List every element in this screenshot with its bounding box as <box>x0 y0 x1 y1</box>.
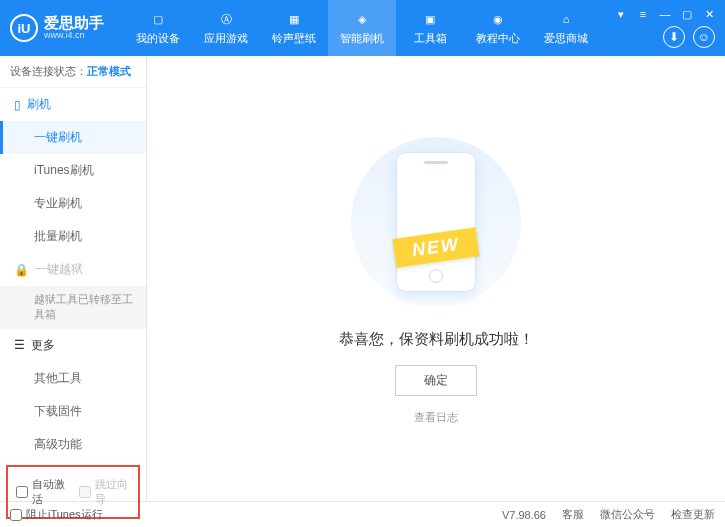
lock-icon: 🔒 <box>14 263 29 277</box>
sidebar-jailbreak-header: 🔒一键越狱 <box>0 253 146 286</box>
sidebar-jailbreak-note: 越狱工具已转移至工具箱 <box>0 286 146 329</box>
close-icon[interactable]: ✕ <box>701 6 717 22</box>
settings-icon[interactable]: ≡ <box>635 6 651 22</box>
nav-my-device[interactable]: ▢我的设备 <box>124 0 192 56</box>
nav-store[interactable]: ⌂爱思商城 <box>532 0 600 56</box>
device-info: ▯iPhone 15 Pro Max 512GB iPhone <box>0 523 146 527</box>
nav-toolbox[interactable]: ▣工具箱 <box>396 0 464 56</box>
sidebar-item-advanced[interactable]: 高级功能 <box>0 428 146 461</box>
app-title: 爱思助手 <box>44 15 104 32</box>
success-message: 恭喜您，保资料刷机成功啦！ <box>339 330 534 349</box>
maximize-icon[interactable]: ▢ <box>679 6 695 22</box>
user-button[interactable]: ☺ <box>693 26 715 48</box>
toolbox-icon: ▣ <box>421 10 439 28</box>
connection-status: 设备连接状态：正常模式 <box>0 56 146 88</box>
app-url: www.i4.cn <box>44 31 104 41</box>
success-illustration: NEW <box>346 132 526 312</box>
wallpaper-icon: ▦ <box>285 10 303 28</box>
sidebar: 设备连接状态：正常模式 ▯刷机 一键刷机 iTunes刷机 专业刷机 批量刷机 … <box>0 56 147 501</box>
flash-icon: ◈ <box>353 10 371 28</box>
apps-icon: Ⓐ <box>217 10 235 28</box>
store-icon: ⌂ <box>557 10 575 28</box>
nav-wallpaper[interactable]: ▦铃声壁纸 <box>260 0 328 56</box>
more-icon: ☰ <box>14 338 25 352</box>
tutorial-icon: ◉ <box>489 10 507 28</box>
block-itunes-checkbox[interactable]: 阻止iTunes运行 <box>10 507 103 522</box>
minimize-icon[interactable]: ― <box>657 6 673 22</box>
nav-apps[interactable]: Ⓐ应用游戏 <box>192 0 260 56</box>
sidebar-flash-header[interactable]: ▯刷机 <box>0 88 146 121</box>
sidebar-item-download[interactable]: 下载固件 <box>0 395 146 428</box>
device-icon: ▢ <box>149 10 167 28</box>
sidebar-item-batch[interactable]: 批量刷机 <box>0 220 146 253</box>
sidebar-item-other[interactable]: 其他工具 <box>0 362 146 395</box>
main-nav: ▢我的设备 Ⓐ应用游戏 ▦铃声壁纸 ◈智能刷机 ▣工具箱 ◉教程中心 ⌂爱思商城 <box>124 0 600 56</box>
sidebar-item-pro[interactable]: 专业刷机 <box>0 187 146 220</box>
auto-activate-checkbox[interactable]: 自动激活 <box>16 477 67 507</box>
flash-section-icon: ▯ <box>14 98 21 112</box>
support-link[interactable]: 客服 <box>562 507 584 522</box>
download-button[interactable]: ⬇ <box>663 26 685 48</box>
view-log-link[interactable]: 查看日志 <box>414 410 458 425</box>
app-header: iU 爱思助手 www.i4.cn ▢我的设备 Ⓐ应用游戏 ▦铃声壁纸 ◈智能刷… <box>0 0 725 56</box>
nav-flash[interactable]: ◈智能刷机 <box>328 0 396 56</box>
window-controls: ▾ ≡ ― ▢ ✕ <box>613 6 717 22</box>
version-label: V7.98.66 <box>502 509 546 521</box>
skip-guide-checkbox[interactable]: 跳过向导 <box>79 477 130 507</box>
nav-tutorial[interactable]: ◉教程中心 <box>464 0 532 56</box>
main-content: NEW 恭喜您，保资料刷机成功啦！ 确定 查看日志 <box>147 56 725 501</box>
sidebar-item-itunes[interactable]: iTunes刷机 <box>0 154 146 187</box>
wechat-link[interactable]: 微信公众号 <box>600 507 655 522</box>
menu-icon[interactable]: ▾ <box>613 6 629 22</box>
sidebar-more-header[interactable]: ☰更多 <box>0 329 146 362</box>
logo: iU 爱思助手 www.i4.cn <box>10 14 104 42</box>
update-link[interactable]: 检查更新 <box>671 507 715 522</box>
ok-button[interactable]: 确定 <box>395 365 477 396</box>
sidebar-item-oneclick[interactable]: 一键刷机 <box>0 121 146 154</box>
logo-icon: iU <box>10 14 38 42</box>
